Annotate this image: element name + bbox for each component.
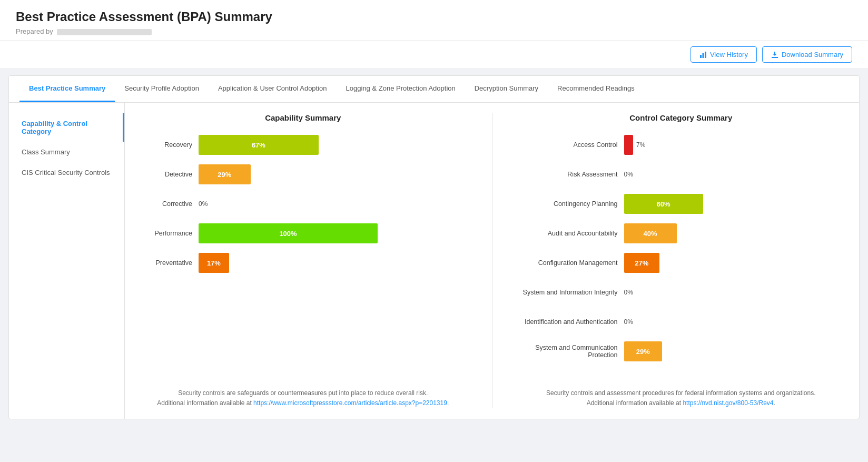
download-icon: [771, 51, 778, 58]
bar-value: 0%: [199, 200, 208, 208]
bar-container: 0%: [624, 318, 844, 326]
bar-container: 0%: [624, 289, 844, 296]
bar-label: Preventative: [141, 259, 199, 267]
bar-container: 27%: [624, 253, 844, 273]
bar-row: System and Communication Protection29%: [519, 341, 844, 361]
charts-area: Capability Summary Recovery67%Detective2…: [125, 103, 859, 419]
bar-label: Access Control: [519, 141, 624, 149]
bar-label: Performance: [141, 230, 199, 237]
bar-row: Corrective0%: [141, 194, 466, 214]
bar-fill: 67%: [199, 135, 319, 155]
content-area: Capability & Control CategoryClass Summa…: [9, 103, 859, 419]
download-summary-button[interactable]: Download Summary: [762, 46, 852, 63]
page-header: Best Practice Assessment (BPA) Summary P…: [0, 0, 868, 41]
bar-label: Identification and Authentication: [519, 318, 624, 326]
bar-fill: 60%: [624, 194, 703, 214]
bar-container: 100%: [199, 223, 466, 243]
sidebar-item-cis-critical-security-controls[interactable]: CIS Critical Security Controls: [9, 162, 124, 183]
bar-label: Detective: [141, 171, 199, 178]
view-history-button[interactable]: View History: [691, 46, 757, 63]
tab-best-practice-summary[interactable]: Best Practice Summary: [19, 76, 115, 102]
bar-value: 0%: [624, 171, 633, 178]
bar-fill: 27%: [624, 253, 660, 273]
bar-container: 7%: [624, 135, 844, 155]
bar-row: Recovery67%: [141, 135, 466, 155]
bar-value: 0%: [624, 318, 633, 326]
bar-value: 0%: [624, 289, 633, 296]
bar-label: Recovery: [141, 141, 199, 149]
svg-rect-3: [772, 57, 778, 58]
bar-container: 67%: [199, 135, 466, 155]
prepared-by: Prepared by: [16, 27, 852, 35]
bar-row: Contingency Planning60%: [519, 194, 844, 214]
bar-row: Identification and Authentication0%: [519, 312, 844, 332]
bar-label: Configuration Management: [519, 259, 624, 267]
capability-bar-chart: Recovery67%Detective29%Corrective0%Perfo…: [141, 135, 466, 378]
tab-recommended-readings[interactable]: Recommended Readings: [548, 76, 644, 102]
header-actions: View History Download Summary: [0, 41, 868, 68]
bar-row: Performance100%: [141, 223, 466, 243]
page-title: Best Practice Assessment (BPA) Summary: [16, 9, 852, 24]
control-chart-title: Control Category Summary: [519, 113, 844, 122]
bar-row: System and Information Integrity0%: [519, 282, 844, 302]
bar-label: Audit and Accountability: [519, 230, 624, 237]
bar-row: Risk Assessment0%: [519, 164, 844, 184]
bar-label: Corrective: [141, 200, 199, 208]
control-chart-section: Control Category Summary Access Control7…: [519, 113, 844, 408]
tabs: Best Practice SummarySecurity Profile Ad…: [9, 76, 859, 103]
bar-label: System and Communication Protection: [519, 344, 624, 359]
svg-rect-1: [702, 53, 704, 58]
bar-container: 29%: [624, 341, 844, 361]
bar-fill: 29%: [199, 164, 251, 184]
bar-row: Access Control7%: [519, 135, 844, 155]
tab-decryption-summary[interactable]: Decryption Summary: [465, 76, 548, 102]
bar-container: 29%: [199, 164, 466, 184]
footnote-link[interactable]: https://nvd.nist.gov/800-53/Rev4: [683, 399, 773, 407]
bar-fill: [624, 135, 634, 155]
bar-fill: 100%: [199, 223, 378, 243]
tab-logging-zone-protection-adoption[interactable]: Logging & Zone Protection Adoption: [337, 76, 465, 102]
prepared-by-value: [57, 29, 152, 35]
bar-chart-icon: [699, 51, 707, 58]
sidebar: Capability & Control CategoryClass Summa…: [9, 103, 125, 419]
bar-container: 17%: [199, 253, 466, 273]
bar-container: 0%: [624, 171, 844, 178]
tab-application-user-control-adoption[interactable]: Application & User Control Adoption: [209, 76, 337, 102]
bar-row: Audit and Accountability40%: [519, 223, 844, 243]
bar-container: 60%: [624, 194, 844, 214]
svg-rect-0: [700, 55, 702, 58]
main-card: Best Practice SummarySecurity Profile Ad…: [8, 75, 860, 419]
bar-label: Risk Assessment: [519, 171, 624, 178]
bar-row: Configuration Management27%: [519, 253, 844, 273]
bar-fill: 29%: [624, 341, 663, 361]
bar-label: System and Information Integrity: [519, 289, 624, 296]
bar-row: Preventative17%: [141, 253, 466, 273]
tab-security-profile-adoption[interactable]: Security Profile Adoption: [115, 76, 209, 102]
bar-row: Detective29%: [141, 164, 466, 184]
bar-container: 0%: [199, 200, 466, 208]
control-bar-chart: Access Control7%Risk Assessment0%Conting…: [519, 135, 844, 378]
capability-footnote: Security controls are safeguards or coun…: [141, 388, 466, 408]
bar-label: Contingency Planning: [519, 200, 624, 208]
sidebar-item-class-summary[interactable]: Class Summary: [9, 142, 124, 162]
sidebar-item-capability-control-category[interactable]: Capability & Control Category: [9, 113, 124, 142]
control-footnote: Security controls and assessment procedu…: [519, 388, 844, 408]
bar-value: 7%: [636, 141, 645, 149]
bar-fill: 40%: [624, 223, 677, 243]
bar-fill: 17%: [199, 253, 229, 273]
chart-divider: [492, 113, 492, 408]
capability-chart-section: Capability Summary Recovery67%Detective2…: [141, 113, 466, 408]
bar-container: 40%: [624, 223, 844, 243]
svg-rect-2: [705, 52, 706, 58]
footnote-link[interactable]: https://www.microsoftpressstore.com/arti…: [253, 399, 447, 407]
capability-chart-title: Capability Summary: [141, 113, 466, 122]
